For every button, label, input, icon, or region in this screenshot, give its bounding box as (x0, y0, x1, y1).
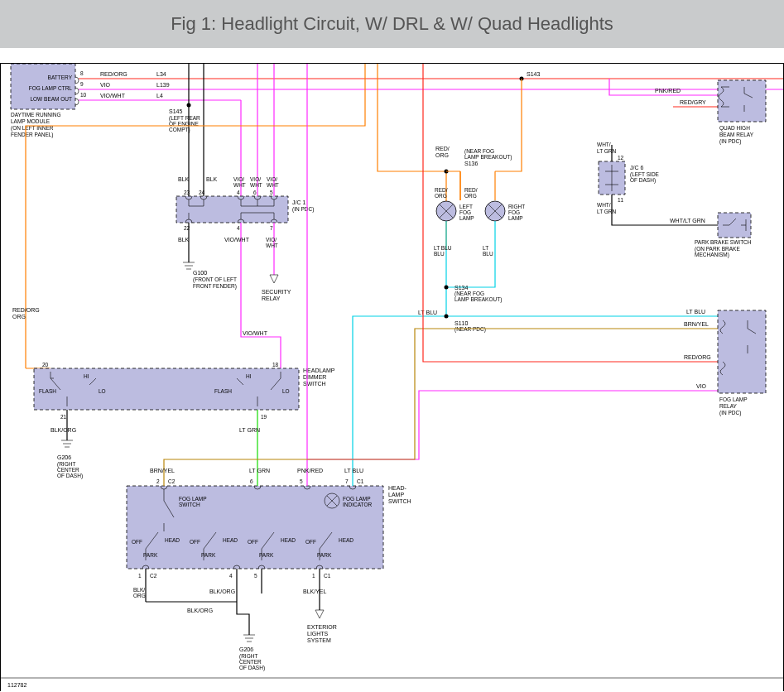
lf3: LAMP (459, 215, 474, 221)
rf3: LAMP (508, 215, 523, 221)
dim-hi1: HI (84, 373, 89, 379)
lbl-ltblu-lf: LT BLU (434, 245, 452, 251)
lbl-redorg-lf2: ORG (435, 193, 447, 199)
g206a-n: G206 (57, 454, 71, 460)
lbl-wlg2: LT GRN (597, 148, 617, 154)
lbl-pnkred-b: PNK/RED (297, 468, 323, 473)
lbl-l34: L34 (156, 71, 166, 77)
sw4-head: HEAD (339, 537, 354, 543)
s110-id: S110 (455, 320, 468, 326)
lbl-blkorg-b1b: ORG (133, 593, 146, 598)
lbl-ltblu-rf2: BLU (483, 251, 493, 257)
extl-1: EXTERIOR (307, 624, 337, 630)
jc1-box (176, 196, 288, 223)
pb-name: PARK BRAKE SWITCH (695, 239, 752, 245)
drl-connector-icon (75, 77, 79, 105)
dim-p21: 21 (60, 414, 67, 420)
lbl-ltblu-lf2: BLU (434, 251, 445, 257)
lbl-vio-fr: VIO (696, 383, 707, 389)
hlsw-n3: SWITCH (388, 498, 411, 504)
dim-hi2: HI (246, 373, 252, 379)
lbl-redorg-rf2: ORG (464, 193, 477, 199)
ground-icon-g100 (183, 262, 195, 269)
lf2: FOG (459, 209, 471, 215)
lbl-vw-sec1: VIO/ (266, 237, 277, 243)
dimmer-n1: HEADLAMP (303, 368, 335, 373)
lbl-wlg-full: WHT/LT GRN (670, 218, 705, 223)
g100-name: G100 (193, 270, 207, 276)
lbl-blk2: BLK (206, 176, 218, 182)
lbl-ltgrn: LT GRN (239, 427, 260, 433)
s136-loc2: LAMP BREAKOUT) (464, 154, 512, 161)
sw1-park: PARK (143, 552, 158, 558)
arrow-extlights (315, 610, 324, 618)
quad-relay-box (718, 80, 766, 122)
lbl-ltblu-s110: LT BLU (418, 310, 437, 315)
rf2: FOG (508, 209, 520, 215)
lbl-brnyel: BRN/YEL (150, 468, 175, 473)
lbl-ltblu-right: LT BLU (686, 309, 705, 315)
dimmer-box (34, 368, 299, 410)
dim-p20: 20 (42, 362, 49, 368)
jc6-name: J/C 6 (630, 165, 643, 171)
s145-loc3: COMPT) (169, 127, 190, 133)
lbl-viowht-mid2: VIO/WHT (243, 330, 268, 336)
dim-lo2: LO (282, 388, 290, 394)
lbl-vio-top: VIO (100, 82, 111, 88)
lbl-blkyel: BLK/YEL (303, 589, 327, 594)
quad-relay-l2: BEAM RELAY (719, 132, 754, 137)
lbl-redorg-fog1: RED/ (435, 146, 450, 151)
hlsw-b-p1: 1 (138, 573, 142, 579)
lbl-ltgrn-b: LT GRN (249, 468, 270, 473)
lbl-vw3b: WHT (267, 182, 279, 188)
quad-relay-l1: QUAD HIGH (719, 125, 750, 132)
jc6-p12: 12 (618, 155, 624, 161)
dim-p18: 18 (272, 362, 279, 368)
lbl-pnkred-tr: PNK/RED (655, 88, 681, 94)
jc6-loc2: OF DASH) (630, 177, 656, 184)
hlsw-b-c2: C2 (150, 573, 157, 579)
hlsw-t-c2: C2 (168, 478, 176, 484)
lbl-l4: L4 (156, 93, 163, 99)
wire-ltblu-fog (446, 221, 495, 296)
lbl-blkorg-b3: BLK/ORG (187, 608, 213, 613)
jc1-p7: 7 (270, 225, 273, 231)
s110-dot (445, 315, 449, 319)
lbl-wlg4: LT GRN (597, 209, 617, 214)
wire-org-right-branch (446, 79, 522, 200)
secrelay-l2: RELAY (262, 296, 281, 301)
lbl-redorg-left2: ORG (12, 314, 26, 320)
fogind-l2: INDICATOR (343, 502, 372, 507)
fogsw-l1: FOG LAMP (179, 496, 207, 502)
sw2-park: PARK (201, 552, 216, 558)
lbl-blkorg-b2: BLK/ORG (209, 589, 235, 594)
hlsw-n1: HEAD- (388, 485, 406, 491)
jc1-p6: 6 (253, 190, 257, 195)
jc1-loc: (IN PDC) (292, 206, 314, 213)
quad-relay-l3: (IN PDC) (719, 138, 741, 145)
jc1-p4: 4 (237, 190, 240, 195)
extl-3: SYSTEM (307, 637, 331, 643)
lbl-vw1a: VIO/ (233, 176, 244, 182)
drl-pin-foglamp-label: FOG LAMP CTRL (29, 85, 73, 91)
lbl-vw-sec2: WHT (266, 243, 278, 248)
lbl-brnyel-r: BRN/YEL (684, 321, 709, 327)
lf1: LEFT (459, 204, 473, 209)
drl-pin-lowbeam-label: LOW BEAM OUT (30, 96, 72, 102)
hlsw-b-p4: 4 (229, 573, 233, 579)
lbl-redorg-fr: RED/ORG (684, 354, 711, 360)
wire-whtltgrn (612, 145, 718, 225)
drl-name1: DAYTIME RUNNING (11, 112, 61, 118)
rf1: RIGHT (508, 204, 525, 209)
sw2-off: OFF (190, 539, 200, 545)
g206b-n: G206 (239, 646, 253, 652)
s134-loc2: LAMP BREAKOUT) (455, 296, 502, 303)
arrow-secrelay (270, 275, 278, 283)
lbl-redorg-lf1: RED/ (435, 187, 448, 193)
lbl-blk-g100: BLK (178, 237, 190, 243)
g100-loc2: FRONT FENDER) (193, 283, 237, 290)
sw2-head: HEAD (223, 537, 238, 543)
wiring-diagram: BATTERY FOG LAMP CTRL LOW BEAM OUT DAYTI… (0, 63, 784, 691)
lbl-redorg-rf1: RED/ (464, 187, 478, 193)
lbl-blkorg-l: BLK/ORG (51, 427, 76, 433)
